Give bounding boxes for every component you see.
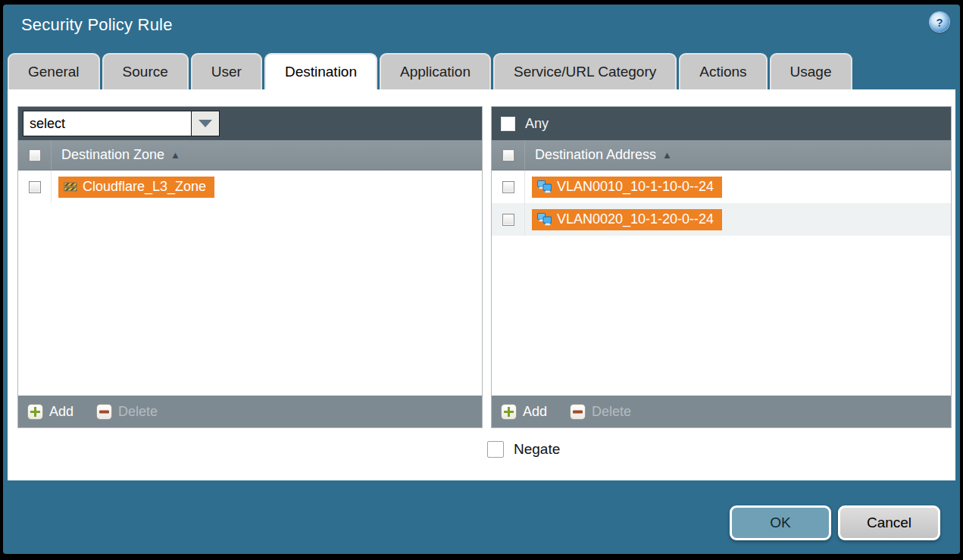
- address-delete-button[interactable]: Delete: [570, 404, 631, 420]
- tab-destination[interactable]: Destination: [264, 53, 377, 89]
- zone-select-all-cell: [18, 140, 52, 170]
- tab-service-url-category[interactable]: Service/URL Category: [493, 53, 677, 89]
- security-policy-rule-dialog: Security Policy Rule ? General Source Us…: [0, 0, 963, 560]
- tab-usage[interactable]: Usage: [770, 53, 852, 89]
- delete-minus-icon: [96, 404, 112, 420]
- zone-barricade-icon: [64, 181, 77, 192]
- address-delete-label: Delete: [592, 404, 631, 420]
- zone-panel-header: [18, 107, 482, 140]
- dialog-title: Security Policy Rule: [21, 15, 173, 35]
- zone-tag[interactable]: Cloudflare_L3_Zone: [58, 177, 214, 198]
- help-question-glyph: ?: [936, 16, 943, 29]
- zone-select-dropdown-button[interactable]: [191, 111, 220, 136]
- sort-asc-icon[interactable]: ▲: [662, 149, 672, 161]
- tab-source[interactable]: Source: [102, 53, 189, 89]
- address-tag[interactable]: VLAN0010_10-1-10-0--24: [532, 177, 722, 198]
- chevron-down-icon: [199, 120, 212, 127]
- zone-delete-button[interactable]: Delete: [96, 404, 158, 420]
- sort-asc-icon[interactable]: ▲: [170, 149, 180, 161]
- delete-minus-icon: [570, 404, 586, 420]
- zone-panel-footer: Add Delete: [18, 396, 482, 427]
- address-tag-label: VLAN0010_10-1-10-0--24: [557, 179, 714, 195]
- address-add-button[interactable]: Add: [501, 404, 547, 420]
- address-row-checkbox[interactable]: [502, 214, 514, 226]
- address-panel-header: Any: [492, 107, 951, 140]
- tab-bar: General Source User Destination Applicat…: [8, 53, 852, 89]
- zone-row-checkbox-cell: [18, 171, 52, 203]
- tab-actions[interactable]: Actions: [679, 53, 767, 89]
- zone-select-input[interactable]: [23, 111, 191, 136]
- zone-delete-label: Delete: [118, 404, 158, 420]
- address-add-label: Add: [523, 404, 547, 420]
- help-icon[interactable]: ?: [930, 12, 949, 32]
- any-option: Any: [496, 116, 549, 132]
- network-address-icon: [537, 180, 552, 193]
- zone-add-label: Add: [49, 404, 73, 420]
- any-checkbox[interactable]: [501, 117, 515, 131]
- address-tag-label: VLAN0020_10-1-20-0--24: [557, 211, 714, 227]
- ok-button[interactable]: OK: [730, 505, 831, 540]
- address-table-row: VLAN0020_10-1-20-0--24: [492, 203, 951, 236]
- address-column-header: Destination Address ▲: [492, 140, 951, 171]
- address-rows: VLAN0010_10-1-10-0--24 VLAN: [492, 171, 951, 396]
- address-table-row: VLAN0010_10-1-10-0--24: [492, 171, 951, 203]
- any-label: Any: [525, 116, 549, 132]
- zone-add-button[interactable]: Add: [27, 404, 73, 420]
- tab-user[interactable]: User: [191, 53, 262, 89]
- network-address-icon: [537, 213, 552, 226]
- address-row-checkbox-cell: [492, 203, 525, 236]
- zone-table-row: Cloudflare_L3_Zone: [18, 171, 482, 203]
- tab-application[interactable]: Application: [380, 53, 491, 89]
- address-tag[interactable]: VLAN0020_10-1-20-0--24: [532, 209, 722, 230]
- zone-select-all-checkbox[interactable]: [29, 149, 41, 161]
- negate-checkbox[interactable]: [487, 441, 504, 458]
- address-select-all-cell: [492, 140, 525, 170]
- zone-column-header: Destination Zone ▲: [18, 140, 482, 171]
- zone-column-label: Destination Zone: [52, 147, 164, 163]
- address-row-checkbox[interactable]: [502, 181, 514, 193]
- address-panel-footer: Add Delete: [492, 396, 951, 427]
- tab-general[interactable]: General: [8, 53, 100, 89]
- address-row-checkbox-cell: [492, 171, 525, 203]
- destination-zone-panel: Destination Zone ▲: [17, 106, 483, 428]
- zone-row-checkbox[interactable]: [29, 181, 41, 193]
- cancel-button[interactable]: Cancel: [838, 505, 940, 540]
- address-select-all-checkbox[interactable]: [502, 149, 514, 161]
- add-plus-icon: [27, 404, 43, 420]
- address-column-label: Destination Address: [525, 147, 656, 163]
- zone-tag-label: Cloudflare_L3_Zone: [83, 179, 206, 195]
- negate-option: Negate: [487, 441, 560, 458]
- destination-tab-panel: Destination Zone ▲: [8, 89, 955, 480]
- add-plus-icon: [501, 404, 517, 420]
- destination-address-panel: Any Destination Address ▲: [491, 106, 952, 428]
- negate-label: Negate: [514, 441, 560, 458]
- zone-select-combobox: [23, 111, 220, 136]
- zone-rows: Cloudflare_L3_Zone: [18, 171, 482, 396]
